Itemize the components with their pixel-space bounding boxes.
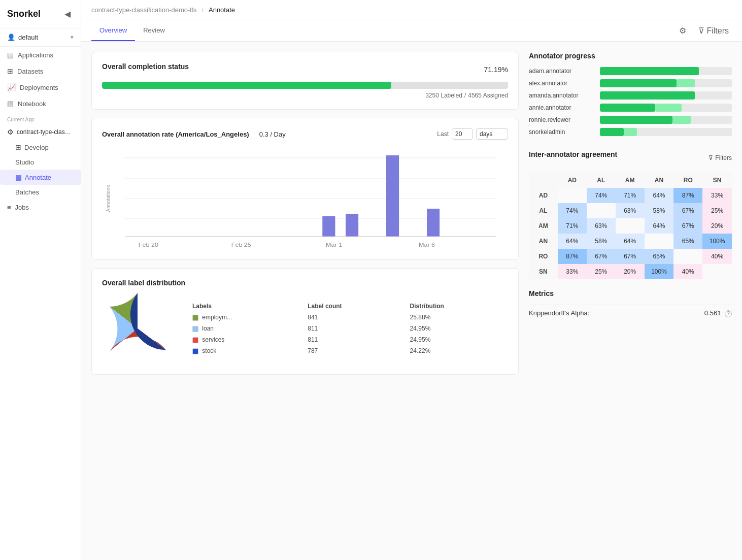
- agree-cell: 67%: [673, 218, 702, 234]
- agree-row-header: SN: [529, 264, 558, 279]
- chart-rate: 0.3 / Day: [259, 130, 286, 138]
- applications-label: Applications: [18, 51, 53, 59]
- annotate-icon: ▤: [15, 173, 22, 181]
- dist-table-row: employm... 841 25.88%: [188, 312, 508, 323]
- agree-cell: 65%: [645, 249, 674, 264]
- sidebar-item-notebook[interactable]: ▤ Notebook: [0, 95, 81, 112]
- svg-rect-5: [322, 216, 335, 237]
- content-area: Overall completion status 71.19% 3250 La…: [81, 42, 742, 560]
- completion-card: Overall completion status 71.19% 3250 La…: [91, 52, 519, 110]
- agreement-filter-button[interactable]: ⊽ Filters: [709, 154, 732, 161]
- jobs-label: Jobs: [15, 204, 29, 211]
- agree-row: AL74%63%58%67%25%: [529, 203, 732, 218]
- dist-label-name: loan: [188, 323, 303, 334]
- chart-unit-select[interactable]: daysweeks: [476, 128, 508, 140]
- tab-review[interactable]: Review: [135, 20, 173, 41]
- chart-y-label: Annotations: [106, 185, 111, 212]
- agreement-filter-label: Filters: [715, 154, 732, 161]
- sidebar-item-annotate[interactable]: ▤ Annotate: [0, 170, 81, 185]
- completion-assigned: 4565 Assigned: [468, 92, 508, 99]
- metrics-section: Metrics Krippendorff's Alpha: 0.561 ?: [529, 289, 732, 321]
- annotation-rate-chart-svg: Feb 20 Feb 25 Mar 1 Mar 6: [102, 148, 508, 249]
- agree-cell: 63%: [587, 218, 616, 234]
- dist-label-dist: 24.22%: [406, 345, 508, 356]
- agree-cell: 67%: [673, 203, 702, 218]
- agree-cell: 100%: [702, 234, 732, 249]
- help-icon[interactable]: ?: [725, 310, 732, 317]
- agree-row: RO87%67%67%65%40%: [529, 249, 732, 264]
- annotator-name: adam.annotator: [529, 68, 595, 75]
- agree-cell: 87%: [673, 188, 702, 203]
- completion-sep: /: [464, 92, 466, 99]
- current-app-section-label: Current App: [0, 112, 81, 124]
- annotator-progress-green: [600, 128, 624, 136]
- metrics-label: Krippendorff's Alpha:: [529, 309, 589, 317]
- sidebar-item-applications[interactable]: ▤ Applications: [0, 47, 81, 63]
- agree-row-header: AD: [529, 188, 558, 203]
- svg-rect-8: [427, 209, 440, 237]
- agree-cell: 74%: [587, 188, 616, 203]
- logo-text: Snorkel: [7, 9, 41, 19]
- agree-cell: 58%: [587, 234, 616, 249]
- annotator-row: snorkeladmin: [529, 128, 732, 136]
- agree-row: SN33%25%20%100%40%: [529, 264, 732, 279]
- label-distribution-card: Overall label distribution: [91, 268, 519, 375]
- batches-label: Batches: [15, 188, 39, 196]
- sidebar-user-selector[interactable]: 👤 default ▾: [0, 28, 81, 47]
- right-panel: Annotator progress adam.annotator alex.a…: [529, 52, 732, 550]
- sidebar-collapse-button[interactable]: ◀: [61, 7, 74, 21]
- agree-cell: 64%: [645, 188, 674, 203]
- completion-labeled: 3250 Labeled: [425, 92, 462, 99]
- label-dist-title: Overall label distribution: [102, 279, 508, 287]
- annotator-progress-green: [600, 116, 672, 124]
- sidebar-item-deployments[interactable]: 📈 Deployments: [0, 79, 81, 95]
- completion-title: Overall completion status: [102, 62, 189, 71]
- dist-label-count: 811: [303, 334, 406, 345]
- completion-stats: 3250 Labeled / 4565 Assigned: [102, 92, 508, 99]
- svg-rect-7: [386, 155, 399, 237]
- pie-chart-svg: [102, 293, 173, 364]
- annotation-rate-card: Overall annotation rate (America/Los_Ang…: [91, 118, 519, 260]
- label-color-swatch: [192, 348, 198, 354]
- agree-row-header: RO: [529, 249, 558, 264]
- agree-cell: 20%: [702, 218, 732, 234]
- inter-annotator-section: Inter-annotator agreement ⊽ Filters ADAL…: [529, 150, 732, 279]
- user-chevron-icon: ▾: [71, 34, 74, 41]
- metrics-list: Krippendorff's Alpha: 0.561 ?: [529, 305, 732, 321]
- agree-cell: [645, 234, 674, 249]
- agree-cell: [558, 188, 587, 203]
- annotator-progress-title: Annotator progress: [529, 52, 732, 60]
- svg-text:Feb 20: Feb 20: [139, 242, 159, 248]
- agree-row-header: AL: [529, 203, 558, 218]
- sidebar: Snorkel ◀ 👤 default ▾ ▤ Applications ⊞ D…: [0, 0, 81, 560]
- annotator-name: ronnie.reviewer: [529, 116, 595, 123]
- agree-corner-cell: [529, 173, 558, 188]
- sidebar-item-jobs[interactable]: ≡ Jobs: [0, 200, 81, 215]
- chart-controls: Last 203060 daysweeks: [437, 128, 508, 140]
- tabs: Overview Review: [91, 20, 173, 41]
- main-area: contract-type-classification-demo-lfs / …: [81, 0, 742, 560]
- sidebar-item-batches[interactable]: Batches: [0, 185, 81, 200]
- tab-overview[interactable]: Overview: [91, 20, 135, 41]
- user-name: default: [18, 34, 38, 41]
- agree-col-header: AL: [587, 173, 616, 188]
- annotator-row: adam.annotator: [529, 67, 732, 75]
- annotator-progress-green: [600, 104, 655, 112]
- filters-button[interactable]: ⊽ Filters: [695, 24, 732, 38]
- label-color-swatch: [192, 337, 198, 343]
- filters-label: Filters: [706, 26, 729, 36]
- current-app-item[interactable]: ⚙ contract-type-classi...: [0, 124, 81, 140]
- dist-label-count: 787: [303, 345, 406, 356]
- agree-cell: 25%: [587, 264, 616, 279]
- chart-days-select[interactable]: 203060: [452, 128, 473, 140]
- label-color-swatch: [192, 315, 198, 321]
- breadcrumb-current: Annotate: [209, 6, 235, 14]
- chart-area: Annotations Feb 20: [102, 148, 508, 249]
- agreement-header: Inter-annotator agreement ⊽ Filters: [529, 150, 732, 166]
- settings-button[interactable]: ⚙: [676, 24, 689, 38]
- svg-text:Mar 1: Mar 1: [326, 242, 342, 248]
- sidebar-item-studio[interactable]: Studio: [0, 155, 81, 170]
- dist-col-count: Label count: [303, 301, 406, 312]
- sidebar-item-datasets[interactable]: ⊞ Datasets: [0, 63, 81, 79]
- sidebar-item-develop[interactable]: ⊞ Develop: [0, 140, 81, 155]
